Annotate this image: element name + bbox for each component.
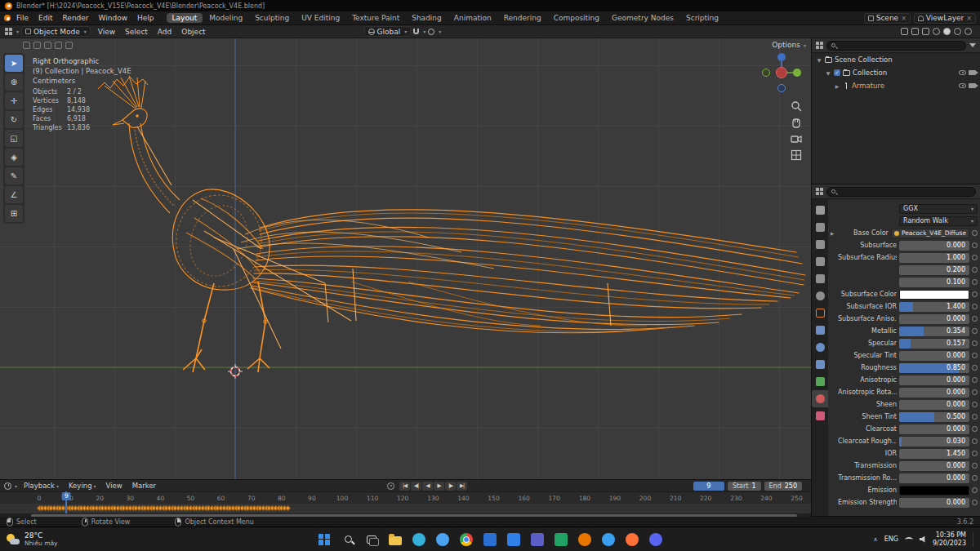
shading-material-preview-icon[interactable] — [954, 28, 961, 35]
volume-icon[interactable] — [920, 536, 926, 543]
timeline-ruler[interactable]: 0102030405060708090100110120130140150160… — [0, 491, 811, 504]
toggle-xray-icon[interactable] — [922, 28, 929, 35]
workspace-tab-shading[interactable]: Shading — [406, 13, 448, 23]
teams[interactable] — [527, 528, 548, 551]
timeline-scrollbar-thumb[interactable] — [31, 514, 797, 517]
decorator-dot[interactable] — [972, 414, 978, 420]
properties-tab-object[interactable] — [812, 304, 828, 322]
transmission-field[interactable]: 0.000 — [899, 461, 969, 471]
base-color-texture-field[interactable]: Peacock_V4E_Diffuse — [891, 229, 969, 238]
proportional-dropdown-caret[interactable]: ▾ — [439, 29, 441, 34]
workspace-tab-modeling[interactable]: Modeling — [203, 13, 248, 23]
workspace-tab-uv-editing[interactable]: UV Editing — [296, 13, 345, 23]
workspace-tab-animation[interactable]: Animation — [448, 13, 497, 23]
viewlayer-selector[interactable]: ViewLayer × — [914, 13, 976, 24]
properties-search-input[interactable] — [838, 188, 971, 195]
language-indicator[interactable]: ENG — [884, 535, 898, 543]
specular-field[interactable]: 0.157 — [899, 339, 969, 349]
workspace-tab-sculpting[interactable]: Sculpting — [249, 13, 295, 23]
workspace-tab-rendering[interactable]: Rendering — [498, 13, 547, 23]
menu-window[interactable]: Window — [94, 13, 133, 23]
collapse-icon[interactable]: ▼ — [825, 70, 831, 76]
viewport-menu-object[interactable]: Object — [176, 27, 210, 37]
decorator-dot[interactable] — [972, 451, 978, 456]
show-overlays-icon[interactable] — [911, 28, 919, 35]
decorator-dot[interactable] — [972, 230, 978, 236]
gizmo-z-neg-axis[interactable] — [778, 85, 786, 92]
show-gizmo-icon[interactable] — [901, 28, 908, 35]
expand-icon[interactable]: ▶ — [830, 231, 835, 236]
outliner-search-input[interactable] — [838, 42, 961, 49]
filter-icon[interactable] — [969, 43, 976, 47]
menu-render[interactable]: Render — [58, 13, 94, 23]
collapse-icon[interactable]: ▼ — [816, 57, 822, 63]
network-icon[interactable] — [905, 537, 913, 542]
timeline-menu-keying[interactable]: Keying▾ — [64, 481, 101, 491]
jump-to-start-button[interactable]: |◀ — [399, 482, 410, 491]
disable-in-renders-icon[interactable] — [969, 70, 976, 75]
subsurface-ior-field[interactable]: 1.400 — [899, 302, 969, 312]
excel[interactable] — [550, 528, 572, 551]
viewport-menu-select[interactable]: Select — [120, 27, 153, 37]
tray-chevron-icon[interactable]: ∧ — [874, 536, 878, 543]
zoom-icon[interactable] — [791, 100, 802, 112]
subsurface-radius-0-field[interactable]: 1.000 — [899, 253, 969, 263]
gizmo-x-axis[interactable] — [777, 68, 787, 78]
clearcoat-field[interactable]: 0.000 — [899, 424, 969, 434]
current-frame-field[interactable]: 9 — [693, 482, 724, 491]
pan-hand-icon[interactable] — [791, 117, 802, 128]
timeline-menu-playback[interactable]: Playback▾ — [19, 481, 64, 491]
workspace-tab-texture-paint[interactable]: Texture Paint — [346, 13, 405, 23]
tool-cursor[interactable]: ⊕ — [5, 73, 23, 91]
decorator-dot[interactable] — [972, 389, 978, 395]
tool-add-cube[interactable]: ⊞ — [5, 205, 23, 222]
random-walk-dropdown[interactable]: Random Walk▾ — [899, 216, 978, 226]
properties-tab-tool[interactable] — [812, 202, 828, 219]
show-desktop-divider[interactable] — [973, 532, 973, 547]
timeline-menu-marker[interactable]: Marker — [127, 481, 161, 491]
metallic-field[interactable]: 0.354 — [899, 327, 969, 336]
play-reverse-button[interactable]: ◀ — [422, 482, 433, 491]
menu-file[interactable]: File — [11, 13, 33, 23]
workspace-tab-scripting[interactable]: Scripting — [680, 13, 724, 23]
decorator-dot[interactable] — [972, 279, 978, 285]
subsurface-field[interactable]: 0.000 — [899, 241, 969, 251]
sheen-tint-field[interactable]: 0.500 — [899, 412, 969, 422]
outliner-row-collection[interactable]: ▼✓Collection — [812, 66, 980, 79]
properties-tab-render[interactable] — [812, 219, 828, 236]
prev-keyframe-button[interactable]: ◀| — [411, 482, 421, 491]
jump-to-end-button[interactable]: ▶| — [457, 482, 467, 491]
playhead[interactable]: 9 — [65, 491, 67, 513]
timeline-scrollbar[interactable] — [0, 513, 811, 517]
properties-tab-output[interactable] — [812, 236, 828, 253]
search[interactable] — [337, 528, 359, 551]
decorator-dot[interactable] — [972, 353, 978, 358]
hide-in-viewport-icon[interactable] — [959, 83, 966, 88]
mode-dropdown[interactable]: Object Mode ▾ — [21, 26, 91, 37]
ggx-dropdown[interactable]: GGX▾ — [899, 204, 978, 214]
blender-menu-icon[interactable] — [4, 15, 11, 21]
timeline-editor[interactable]: ▾ Playback▾Keying▾ViewMarker |◀◀|◀▶|▶▶| … — [0, 479, 811, 516]
tool-select-box[interactable]: ➤ — [5, 55, 23, 72]
decorator-dot[interactable] — [972, 402, 978, 407]
gizmo-z-axis[interactable] — [777, 53, 786, 61]
start-frame-field[interactable]: Start 1 — [728, 482, 761, 491]
expand-icon[interactable]: ▶ — [834, 83, 840, 89]
firefox[interactable] — [621, 528, 643, 551]
blender[interactable] — [574, 528, 595, 551]
decorator-dot[interactable] — [972, 426, 978, 432]
tool-scale[interactable]: ◱ — [5, 130, 23, 147]
timeline-editor-icon[interactable] — [4, 482, 11, 490]
properties-tab-texture[interactable] — [812, 407, 828, 424]
outliner-row-scene-collection[interactable]: ▼Scene Collection — [812, 53, 980, 66]
tool-measure[interactable]: ∠ — [5, 186, 23, 203]
3d-viewport[interactable]: Options ▾ Right Orthographic (9) Collect… — [0, 38, 811, 479]
hide-in-viewport-icon[interactable] — [959, 70, 966, 75]
gizmo-y-axis[interactable] — [793, 69, 801, 77]
microsoft-store[interactable] — [503, 528, 524, 551]
tool-rotate[interactable]: ↻ — [5, 111, 23, 128]
viewport-header-icon[interactable] — [23, 42, 30, 49]
start-button[interactable] — [314, 528, 335, 551]
disable-in-renders-icon[interactable] — [969, 83, 976, 88]
anisotropic-field[interactable]: 0.000 — [899, 375, 969, 385]
